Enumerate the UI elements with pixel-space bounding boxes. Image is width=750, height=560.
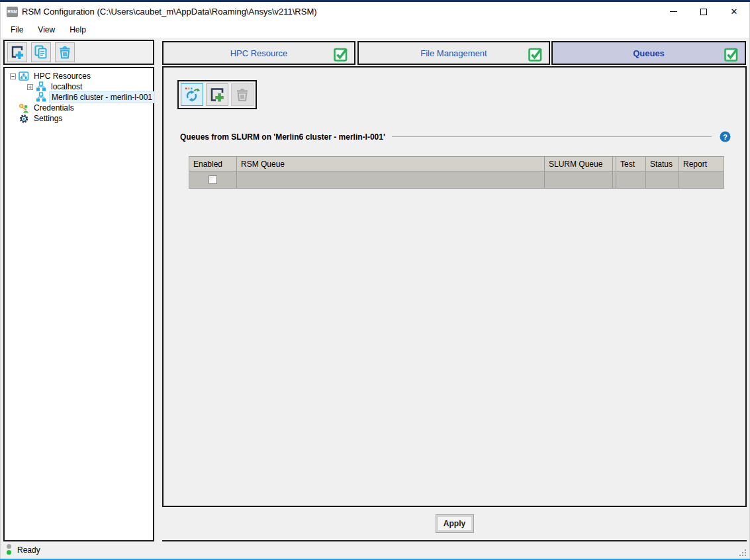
tree-item-label: Settings [32,113,64,124]
window-left-border [0,0,1,560]
delete-queue-icon [234,86,251,103]
menu-file[interactable]: File [3,23,30,37]
menu-help[interactable]: Help [62,23,93,37]
maximize-icon [700,9,707,15]
tab-hpc-resource[interactable]: HPC Resource [162,41,355,65]
delete-resource-icon [57,44,73,60]
window-top-border [0,0,750,2]
delete-resource-button[interactable] [55,42,75,62]
test-cell[interactable] [616,171,646,189]
queues-table: Enabled RSM Queue SLURM Queue Test Statu… [189,156,724,189]
delete-queue-button [231,83,254,106]
enabled-cell [189,171,237,189]
menu-view[interactable]: View [30,23,62,37]
credentials-icon [19,103,29,113]
close-icon: ✕ [731,7,738,16]
tab-queues[interactable]: Queues [551,41,746,65]
resize-grip[interactable] [745,555,746,556]
minimize-icon [670,11,677,12]
resource-tree: − HPC Resources + localhost Merlin6 clus… [3,67,154,541]
column-header-enabled[interactable]: Enabled [189,157,237,171]
table-header-row: Enabled RSM Queue SLURM Queue Test Statu… [189,157,724,171]
slurm-queue-cell[interactable] [545,171,613,189]
refresh-queues-icon [183,86,201,103]
title-bar: RSM RSM Configuration (C:\Users\caubet_m… [1,2,749,21]
minimize-button[interactable] [658,2,688,21]
tree-item-label: Merlin6 cluster - merlin-l-001 [49,91,155,103]
expander-spacer [27,95,33,101]
status-indicator-gray-icon [7,544,11,549]
maximize-button[interactable] [688,2,719,21]
copy-resource-icon [33,44,49,60]
status-cell[interactable] [646,171,679,189]
status-text: Ready [17,545,40,555]
tab-label: File Management [420,48,487,58]
column-header-report[interactable]: Report [679,157,724,171]
add-queue-icon [209,86,226,103]
tree-item-credentials[interactable]: Credentials [5,103,153,113]
svg-text:?: ? [723,133,727,141]
section-divider [392,136,712,137]
column-header-test[interactable]: Test [616,157,646,171]
window-controls: ✕ [658,2,749,21]
expander-spacer [10,116,16,122]
section-header: Queues from SLURM on 'Merlin6 cluster - … [180,131,731,142]
close-button[interactable]: ✕ [719,2,749,21]
status-indicator-green-icon [7,550,11,555]
tree-item-merlin6-cluster[interactable]: Merlin6 cluster - merlin-l-001 [5,92,153,103]
apply-strip: Apply [162,507,747,541]
expander-spacer [10,105,16,111]
status-bar: Ready [1,543,749,559]
enabled-checkbox[interactable] [209,175,217,184]
add-queue-button[interactable] [206,83,228,106]
green-check-icon [724,46,739,62]
queues-toolbar [177,80,257,109]
copy-resource-button[interactable] [31,42,51,62]
tree-item-localhost[interactable]: + localhost [5,81,153,92]
resource-toolbar [3,40,154,65]
section-title: Queues from SLURM on 'Merlin6 cluster - … [180,132,385,142]
settings-icon [19,113,29,124]
cluster-icon [36,92,46,103]
tree-item-label: Credentials [32,103,76,113]
app-icon: RSM [7,7,18,17]
expand-expander-icon[interactable]: + [27,84,33,90]
tab-file-management[interactable]: File Management [357,41,550,65]
column-header-slurm-queue[interactable]: SLURM Queue [545,157,613,171]
column-header-rsm-queue[interactable]: RSM Queue [237,157,545,171]
green-check-icon [528,46,543,62]
menu-bar: File View Help [1,21,749,38]
queues-panel: Queues from SLURM on 'Merlin6 cluster - … [162,66,747,507]
report-cell[interactable] [679,171,724,189]
refresh-queues-button[interactable] [181,83,203,106]
tree-item-settings[interactable]: Settings [5,113,153,124]
tree-item-label: HPC Resources [32,71,93,81]
rsm-queue-cell[interactable] [237,171,545,189]
column-header-status[interactable]: Status [646,157,679,171]
help-icon[interactable]: ? [720,131,731,142]
apply-button[interactable]: Apply [436,514,474,533]
table-row [189,171,724,189]
hpc-resources-icon [19,71,29,81]
tab-label: HPC Resource [230,48,288,58]
collapse-expander-icon[interactable]: − [10,73,16,79]
green-check-icon [334,46,349,62]
add-resource-icon [9,44,25,60]
cluster-icon [36,81,46,92]
tab-label: Queues [633,48,665,58]
tree-item-label: localhost [49,81,84,92]
tree-item-hpc-resources[interactable]: − HPC Resources [5,71,153,81]
window-title: RSM Configuration (C:\Users\caubet_m\App… [22,7,317,17]
add-resource-button[interactable] [7,42,27,62]
